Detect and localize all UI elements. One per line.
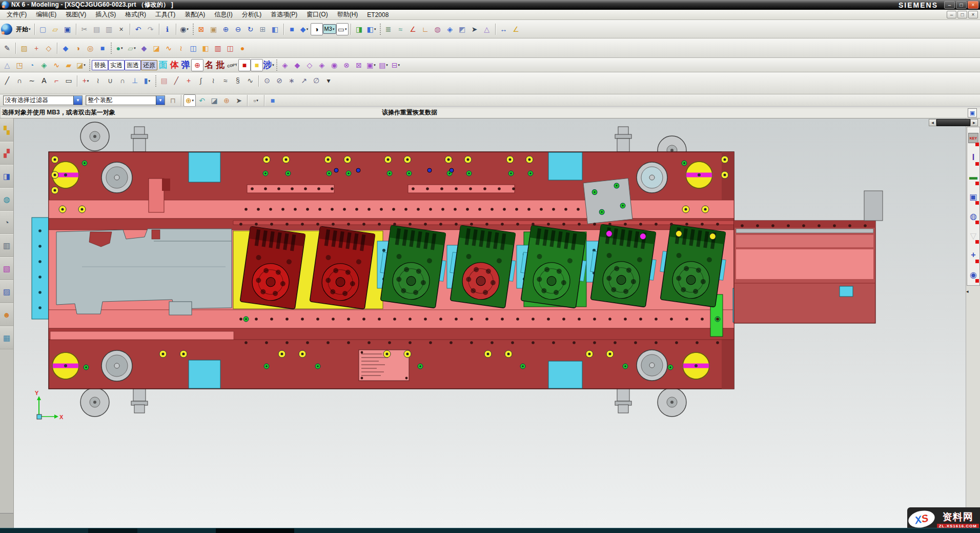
layer-settings-icon[interactable]: ≣ xyxy=(382,23,395,35)
minimize-button[interactable]: – xyxy=(944,1,955,9)
key-part-icon[interactable]: KEY xyxy=(968,129,979,147)
clip-section-icon[interactable]: ◨ xyxy=(353,23,365,35)
render-style-button[interactable]: M3▾ xyxy=(323,24,336,34)
copy-icon[interactable]: ▤ xyxy=(91,23,103,35)
select-arrow-icon[interactable]: ➤ xyxy=(468,23,481,35)
immediate-hide-icon[interactable]: ◩ xyxy=(456,23,468,35)
sheet-body-icon[interactable]: ◫ xyxy=(187,42,199,54)
fit-view-icon[interactable]: ⊠ xyxy=(195,23,208,35)
menu-item-help[interactable]: 帮助(H) xyxy=(333,10,363,19)
menu-item-file[interactable]: 文件(F) xyxy=(2,10,31,19)
curve-length-icon[interactable]: ↗ xyxy=(298,74,310,87)
zoom-icon[interactable]: ⊕ xyxy=(220,23,232,35)
menu-item-et2008[interactable]: ET2008 xyxy=(362,11,393,19)
delete-face-icon[interactable]: ⊗ xyxy=(340,59,353,71)
palette-collapse-icon[interactable]: ◂ xyxy=(966,289,969,294)
intersect-curve-icon[interactable]: + xyxy=(182,74,195,87)
layer-category-icon[interactable]: ≈ xyxy=(395,23,407,35)
system-scene-icon[interactable]: ▨ xyxy=(0,280,13,303)
visualization-wand-icon[interactable]: ▧ xyxy=(0,257,13,280)
pan-icon[interactable]: ⊞ xyxy=(257,23,269,35)
snap-clasp-icon[interactable]: ⊓ xyxy=(167,94,179,107)
yellow-cube-icon[interactable]: ■ xyxy=(251,59,263,71)
batch-tool-button[interactable]: 批 xyxy=(215,59,226,71)
solid-translucent-button[interactable]: 实透 xyxy=(108,60,125,70)
trim-curve-icon[interactable]: ⊘ xyxy=(273,74,285,87)
divide-curve-icon[interactable]: ∗ xyxy=(285,74,298,87)
child-minimize-button[interactable]: – xyxy=(947,11,956,18)
point-icon[interactable]: ◇ xyxy=(43,42,55,54)
edit-curve-icon[interactable]: ⊙ xyxy=(261,74,273,87)
history-icon[interactable]: ◔ xyxy=(0,211,13,234)
offset-3d-curve-icon[interactable]: ≈ xyxy=(219,74,232,87)
measure-distance-icon[interactable]: ↔ xyxy=(498,23,510,35)
palette-panel-icon[interactable]: ▥ xyxy=(0,234,13,257)
background-icon[interactable]: ▭▾ xyxy=(336,23,349,35)
rectangle-icon[interactable]: ▭ xyxy=(63,74,75,87)
more-features-icon[interactable]: ◪▾ xyxy=(75,59,87,71)
spring-tool-button[interactable]: 弹 xyxy=(180,59,191,71)
cylinder-part-icon[interactable]: ◉ xyxy=(968,265,979,284)
rollback-icon[interactable]: ↶ xyxy=(196,94,208,107)
selection-filter-dropdown[interactable]: 没有选择过滤器 ▼ xyxy=(3,95,83,105)
resize-blend-icon[interactable]: ⊟▾ xyxy=(390,59,402,71)
menu-item-tools[interactable]: 工具(T) xyxy=(151,10,180,19)
menu-item-format[interactable]: 格式(R) xyxy=(120,10,151,19)
wrap-geometry-icon[interactable]: ▰ xyxy=(63,59,75,71)
grab-handle-icon[interactable]: ➤ xyxy=(233,94,245,107)
menu-item-insert[interactable]: 插入(S) xyxy=(91,10,120,19)
unite-icon[interactable]: ●▾ xyxy=(113,42,126,54)
unhide-icon[interactable]: △ xyxy=(481,23,493,35)
copy-face-icon[interactable]: ▣▾ xyxy=(365,59,377,71)
extrude-icon[interactable]: ◆ xyxy=(59,42,72,54)
perspective-icon[interactable]: ◧ xyxy=(269,23,281,35)
spline-icon[interactable]: ∼ xyxy=(26,74,38,87)
insert-part-icon[interactable]: ▣ xyxy=(968,187,979,206)
wcs-dynamics-icon[interactable]: ∠ xyxy=(407,23,419,35)
pin-part-icon[interactable]: + xyxy=(968,246,979,264)
face-display-button[interactable]: 面 xyxy=(157,59,169,71)
project-curve-icon[interactable]: ▤ xyxy=(158,74,170,87)
delete-icon[interactable]: × xyxy=(115,23,128,35)
sew-icon[interactable]: ◈ xyxy=(38,59,50,71)
funnel-icon[interactable]: ⊥ xyxy=(129,74,141,87)
simplify-curve-icon[interactable]: ∩ xyxy=(116,74,129,87)
replace-button[interactable]: 替换 xyxy=(92,60,108,70)
part-navigator-icon[interactable]: ◨ xyxy=(0,165,13,188)
rotate-view-icon[interactable]: ↻ xyxy=(244,23,257,35)
work-section-icon[interactable]: ◧▾ xyxy=(365,23,378,35)
bushing-part-icon[interactable]: ▬ xyxy=(968,168,979,186)
find-point-icon[interactable]: ⊕ xyxy=(220,94,233,107)
combine-curve-icon[interactable]: ╱ xyxy=(170,74,182,87)
body-display-button[interactable]: 体 xyxy=(169,59,180,71)
scale-body-icon[interactable]: ◔ xyxy=(26,59,38,71)
eraser-icon[interactable]: ◪ xyxy=(208,94,220,107)
redo-icon[interactable]: ↷ xyxy=(145,23,157,35)
block-icon[interactable]: ■ xyxy=(96,42,109,54)
dropdown-arrow-icon[interactable]: ▼ xyxy=(156,96,165,105)
menu-item-assemblies[interactable]: 装配(A) xyxy=(180,10,210,19)
zoom-in-out-icon[interactable]: ⊖ xyxy=(232,23,244,35)
pull-face-icon[interactable]: ◆ xyxy=(291,59,303,71)
nx-app-icon[interactable] xyxy=(1,24,12,35)
replace-face-icon[interactable]: ◈ xyxy=(316,59,328,71)
trim-body-icon[interactable]: ▱▾ xyxy=(126,42,138,54)
sphere-icon[interactable]: ● xyxy=(236,42,249,54)
start-button[interactable]: 开始▾ xyxy=(15,23,31,35)
scroll-thumb[interactable] xyxy=(936,119,970,126)
orient-view-icon[interactable]: ◆▾ xyxy=(298,23,311,35)
screw-part-icon[interactable]: I xyxy=(968,148,979,167)
snap-point-icon[interactable]: ⊕▾ xyxy=(183,94,196,107)
menu-item-preferences[interactable]: 首选项(P) xyxy=(266,10,302,19)
bridge-curve-icon[interactable]: ∪ xyxy=(104,74,116,87)
plate-part-icon[interactable]: ◍ xyxy=(968,207,979,225)
text-curve-icon[interactable]: A xyxy=(38,74,50,87)
zoom-box-icon[interactable]: ▣ xyxy=(208,23,220,35)
datum-csys-icon[interactable]: + xyxy=(30,42,43,54)
sketch-icon[interactable]: ✎ xyxy=(1,42,13,54)
interference-button[interactable]: 涉▾ xyxy=(263,59,274,71)
mirror-feature-icon[interactable]: ◫ xyxy=(224,42,236,54)
extract-curve-icon[interactable]: ≀ xyxy=(207,74,219,87)
smooth-spline-icon[interactable]: ∅ xyxy=(310,74,322,87)
revolve-icon[interactable]: ◑ xyxy=(72,42,84,54)
